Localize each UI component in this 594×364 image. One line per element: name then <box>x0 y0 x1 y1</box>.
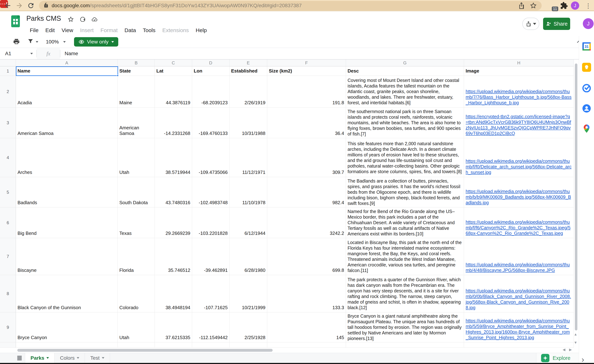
cell-established[interactable]: 11/10/1978 <box>230 177 267 207</box>
image-link[interactable]: https://upload.wikimedia.org/wikipedia/c… <box>466 288 572 311</box>
cell-lon[interactable]: -169.4760133 <box>192 107 230 138</box>
cell-lon[interactable]: -68.2039123 <box>192 76 230 107</box>
zoom-control[interactable]: 100% <box>46 39 66 45</box>
cell-image-url[interactable]: https://upload.wikimedia.org/wikipedia/c… <box>464 207 574 238</box>
image-link[interactable]: https://upload.wikimedia.org/wikipedia/c… <box>466 189 572 205</box>
cell-desc[interactable]: Located in Biscayne Bay, this park at th… <box>346 238 464 275</box>
row-number[interactable]: 8 <box>0 275 16 312</box>
image-link[interactable]: https://upload.wikimedia.org/wikipedia/c… <box>466 318 572 340</box>
star-document-icon[interactable] <box>68 16 74 23</box>
cell-name[interactable]: Bryce Canyon <box>16 312 118 342</box>
cell-name[interactable]: Acadia <box>16 76 118 107</box>
row-number[interactable]: 1 <box>0 66 16 76</box>
cell-state[interactable]: American Samoa <box>118 107 155 138</box>
cloud-saved-icon[interactable] <box>91 16 98 23</box>
column-header-f[interactable]: F <box>267 60 346 66</box>
cell-size[interactable]: 145 <box>267 312 346 342</box>
cell-desc[interactable]: Named for the Bend of the Rio Grande alo… <box>346 207 464 238</box>
cell-name[interactable]: Black Canyon of the Gunnison <box>16 275 118 312</box>
cell-lon[interactable]: -107.71625 <box>192 275 230 312</box>
column-header-g[interactable]: G <box>346 60 464 66</box>
cell-header-lon[interactable]: Lon <box>192 66 230 76</box>
cell-established[interactable]: 2/25/1928 <box>230 312 267 342</box>
cell-image-url[interactable]: https://upload.wikimedia.org/wikipedia/c… <box>464 138 574 177</box>
back-icon[interactable] <box>4 2 12 9</box>
cell-size[interactable]: 3242.2 <box>267 207 346 238</box>
cell-size[interactable]: 699.8 <box>267 238 346 275</box>
menu-view[interactable]: View <box>58 26 77 34</box>
cell-state[interactable]: Utah <box>118 312 155 342</box>
menu-tools[interactable]: Tools <box>139 26 159 34</box>
show-side-panel-icon[interactable]: › <box>581 355 584 364</box>
move-to-drive-icon[interactable] <box>80 16 86 23</box>
cell-lat[interactable]: 29.2669239 <box>155 207 192 238</box>
cell-desc[interactable]: Covering most of Mount Desert Island and… <box>346 76 464 107</box>
browser-profile-avatar[interactable]: J <box>571 1 579 10</box>
cell-desc[interactable]: This site features more than 2,000 natur… <box>346 138 464 177</box>
cell-header-lat[interactable]: Lat <box>155 66 192 76</box>
cell-lon[interactable]: -109.4735066 <box>192 138 230 177</box>
cell-name[interactable]: Badlands <box>16 177 118 207</box>
cell-reference-box[interactable]: A1 <box>0 51 29 56</box>
horizontal-scrollbar[interactable] <box>17 349 273 352</box>
tasks-icon[interactable] <box>582 83 591 92</box>
cell-desc[interactable]: The Badlands are a collection of buttes,… <box>346 177 464 207</box>
extensions-puzzle-icon[interactable] <box>560 2 568 10</box>
cell-lon[interactable]: -103.2201828 <box>192 207 230 238</box>
sheets-logo-icon[interactable] <box>11 15 20 27</box>
share-page-icon[interactable] <box>518 2 525 9</box>
image-link[interactable]: https://encrypted-tbn2.gstatic.com/licen… <box>466 114 572 136</box>
fill-handle[interactable] <box>117 75 119 76</box>
cell-state[interactable]: Colorado <box>118 275 155 312</box>
cell-size[interactable]: 982.4 <box>267 177 346 207</box>
menu-file[interactable]: File <box>26 26 42 34</box>
cell-image-url[interactable]: https://upload.wikimedia.org/wikipedia/c… <box>464 177 574 207</box>
cell-lat[interactable]: 44.3876119 <box>155 76 192 107</box>
cell-established[interactable]: 10/21/1999 <box>230 275 267 312</box>
sheet-tab-colors[interactable]: Colors <box>54 353 85 363</box>
cell-size[interactable]: 191.8 <box>267 76 346 107</box>
open-in-app-button[interactable] <box>522 18 539 30</box>
image-link[interactable]: https://upload.wikimedia.org/wikipedia/c… <box>466 89 572 106</box>
column-header-a[interactable]: A <box>16 60 118 66</box>
address-bar[interactable]: docs.google.com/spreadsheets/d/1gjttBIT4… <box>39 1 542 10</box>
all-sheets-icon[interactable] <box>14 353 25 363</box>
cell-established[interactable]: 11/12/1971 <box>230 138 267 177</box>
row-number[interactable]: 3 <box>0 107 16 138</box>
bookmark-star-icon[interactable] <box>530 2 537 9</box>
formula-input[interactable]: Name <box>65 51 78 56</box>
cell-desc[interactable]: The southernmost national park is on thr… <box>346 107 464 138</box>
cell-lon[interactable]: -102.4983748 <box>192 177 230 207</box>
column-header-b[interactable]: B <box>118 60 155 66</box>
calendar-icon[interactable]: 31 <box>582 42 591 51</box>
tab-caret-icon[interactable] <box>102 357 104 359</box>
tab-caret-icon[interactable] <box>77 357 79 359</box>
cell-lat[interactable]: 37.6215335 <box>155 312 192 342</box>
contacts-icon[interactable] <box>582 104 591 113</box>
row-number[interactable]: 9 <box>0 312 16 342</box>
cell-lat[interactable]: 38.4948194 <box>155 275 192 312</box>
cell-state[interactable]: Maine <box>118 76 155 107</box>
cell-established[interactable]: 6/28/1980 <box>230 238 267 275</box>
cell-state[interactable]: Texas <box>118 207 155 238</box>
scroll-right-icon[interactable]: ▶ <box>569 347 572 352</box>
scroll-down-icon[interactable]: ▼ <box>574 341 577 345</box>
cell-image-url[interactable]: https://upload.wikimedia.org/wikipedia/c… <box>464 76 574 107</box>
cell-header-established[interactable]: Established <box>230 66 267 76</box>
cell-lon[interactable]: -112.1549442 <box>192 312 230 342</box>
menu-help[interactable]: Help <box>192 26 210 34</box>
cell-header-image[interactable]: Image <box>464 66 574 76</box>
view-only-button[interactable]: View only <box>74 37 118 46</box>
column-header-h[interactable]: H <box>464 60 574 66</box>
filter-icon[interactable] <box>27 38 34 46</box>
scroll-up-icon[interactable]: ▲ <box>574 332 577 336</box>
select-all-corner[interactable] <box>0 60 16 66</box>
cell-header-state[interactable]: State <box>118 66 155 76</box>
row-number[interactable]: 2 <box>0 76 16 107</box>
reload-icon[interactable] <box>27 2 35 9</box>
browser-menu-icon[interactable]: ⋮ <box>584 2 592 10</box>
share-button[interactable]: Share <box>543 18 570 30</box>
cell-image-url[interactable]: https://upload.wikimedia.org/wikipedia/c… <box>464 275 574 312</box>
column-header-c[interactable]: C <box>155 60 192 66</box>
cell-name[interactable]: Arches <box>16 138 118 177</box>
